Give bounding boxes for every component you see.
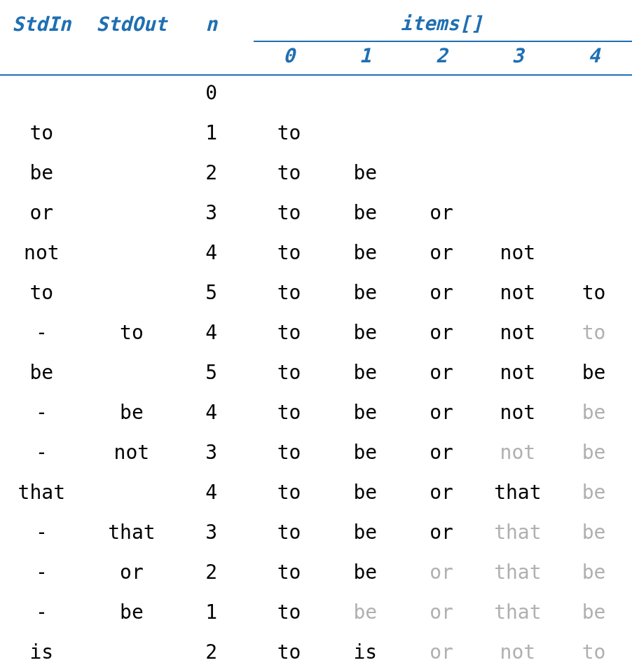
- n-cell: 4: [180, 241, 242, 264]
- item-cell: not: [479, 281, 556, 304]
- items-header-rule: [254, 41, 632, 42]
- table-row: -be4tobeornotbe: [0, 392, 632, 432]
- item-cell: be: [327, 401, 404, 424]
- stdin-cell: -: [0, 321, 83, 344]
- stdout-cell: be: [83, 401, 180, 424]
- item-cell: or: [404, 640, 480, 664]
- table-row: -not3tobeornotbe: [0, 432, 632, 472]
- item-cell: or: [404, 281, 480, 304]
- stdin-cell: that: [0, 481, 83, 504]
- header-index-0: 0: [251, 44, 327, 67]
- stdin-cell: -: [0, 561, 83, 584]
- trace-table: StdIn StdOut n items[] 0 1 2 3 4 0to1tob…: [0, 10, 632, 672]
- n-cell: 4: [180, 401, 242, 424]
- n-cell: 1: [180, 601, 242, 624]
- table-row: -be1tobeorthatbe: [0, 592, 632, 632]
- stdout-cell: not: [83, 441, 180, 464]
- header-n: n: [180, 13, 242, 36]
- table-row: not4tobeornot: [0, 233, 632, 273]
- header-index-2: 2: [404, 44, 480, 67]
- item-cell: be: [556, 521, 632, 544]
- item-cell: or: [404, 521, 480, 544]
- header-items-label: items[]: [251, 10, 632, 38]
- item-cell: be: [556, 361, 632, 384]
- n-cell: 3: [180, 201, 242, 224]
- item-cell: or: [404, 201, 480, 224]
- stdout-cell: to: [83, 321, 180, 344]
- table-row: -to4tobeornotto: [0, 313, 632, 352]
- item-cell: not: [479, 640, 556, 664]
- item-cell: or: [404, 321, 480, 344]
- item-cell: or: [404, 241, 480, 264]
- stdout-cell: be: [83, 601, 180, 624]
- item-cell: be: [327, 201, 404, 224]
- item-cell: to: [556, 321, 632, 344]
- header-row-1: StdIn StdOut n items[]: [0, 10, 632, 38]
- item-cell: to: [251, 161, 327, 184]
- header-items-group: items[]: [251, 10, 632, 38]
- n-cell: 2: [180, 640, 242, 664]
- n-cell: 4: [180, 321, 242, 344]
- n-cell: 2: [180, 161, 242, 184]
- table-body: 0to1tobe2tobeor3tobeornot4tobeornotto5to…: [0, 73, 632, 672]
- item-cell: to: [251, 481, 327, 504]
- table-row: or3tobeor: [0, 193, 632, 233]
- item-cell: be: [556, 601, 632, 624]
- item-cell: to: [556, 281, 632, 304]
- item-cell: to: [251, 201, 327, 224]
- stdin-cell: be: [0, 361, 83, 384]
- item-cell: be: [556, 441, 632, 464]
- stdin-cell: -: [0, 601, 83, 624]
- header-row-2: 0 1 2 3 4: [0, 38, 632, 73]
- stdout-cell: or: [83, 561, 180, 584]
- item-cell: to: [251, 441, 327, 464]
- item-cell: be: [327, 241, 404, 264]
- n-cell: 5: [180, 281, 242, 304]
- item-cell: to: [556, 640, 632, 664]
- table-row: -or2tobeorthatbe: [0, 552, 632, 592]
- n-cell: 4: [180, 481, 242, 504]
- item-cell: to: [251, 321, 327, 344]
- header-index-3: 3: [479, 44, 556, 67]
- n-cell: 3: [180, 521, 242, 544]
- item-cell: be: [327, 281, 404, 304]
- item-cell: be: [327, 161, 404, 184]
- item-cell: to: [251, 601, 327, 624]
- item-cell: that: [479, 481, 556, 504]
- table-row: is2toisornotto: [0, 632, 632, 672]
- item-cell: be: [556, 401, 632, 424]
- item-cell: be: [556, 481, 632, 504]
- item-cell: be: [327, 481, 404, 504]
- item-cell: is: [327, 640, 404, 664]
- item-cell: to: [251, 401, 327, 424]
- item-cell: or: [404, 361, 480, 384]
- item-cell: to: [251, 361, 327, 384]
- item-cell: to: [251, 561, 327, 584]
- header-stdout: StdOut: [83, 13, 180, 36]
- header-stdin: StdIn: [0, 13, 83, 36]
- item-cell: be: [327, 561, 404, 584]
- stdin-cell: is: [0, 640, 83, 664]
- n-cell: 0: [180, 81, 242, 104]
- table-row: to1to: [0, 113, 632, 153]
- item-cell: be: [327, 361, 404, 384]
- n-cell: 2: [180, 561, 242, 584]
- table-row: that4tobeorthatbe: [0, 472, 632, 512]
- n-cell: 3: [180, 441, 242, 464]
- stdin-cell: be: [0, 161, 83, 184]
- item-cell: to: [251, 521, 327, 544]
- item-cell: be: [327, 521, 404, 544]
- item-cell: that: [479, 561, 556, 584]
- item-cell: that: [479, 521, 556, 544]
- stdin-cell: -: [0, 521, 83, 544]
- item-cell: not: [479, 441, 556, 464]
- item-cell: to: [251, 241, 327, 264]
- item-cell: not: [479, 321, 556, 344]
- item-cell: be: [327, 441, 404, 464]
- stdin-cell: not: [0, 241, 83, 264]
- stdin-cell: to: [0, 281, 83, 304]
- item-cell: or: [404, 601, 480, 624]
- stdin-cell: -: [0, 401, 83, 424]
- header-index-4: 4: [556, 44, 632, 67]
- table-row: to5tobeornotto: [0, 273, 632, 313]
